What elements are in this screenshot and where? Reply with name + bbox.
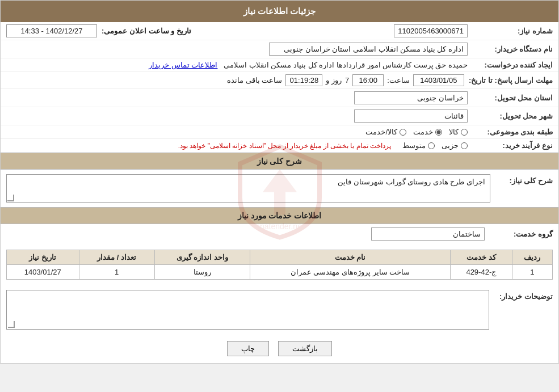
process-label: نوع فرآیند خرید: [468, 141, 553, 150]
service-group-box: ساختمان [371, 227, 485, 241]
table-row: 1 ج-42-429 ساخت سایر پروژه‌های مهندسی عم… [7, 265, 553, 280]
description-box-wrapper: اجرای طرح هادی روستای گوراب شهرستان قاین [6, 174, 490, 203]
deadline-value: 1403/01/05 ساعت: 16:00 7 روز و 01:19:28 … [6, 74, 464, 86]
province-box: خراسان جنوبی [354, 91, 468, 104]
need-number-value: 1102005463000671 [203, 24, 468, 37]
creator-text: حمیده حق پرست کارشناس امور قراردادها ادا… [224, 61, 468, 69]
buyer-notes-box-wrapper [6, 290, 489, 330]
radio-motevasset-label: متوسط [402, 141, 426, 150]
cell-unit: روستا [154, 265, 250, 280]
cell-date: 1403/01/27 [7, 265, 79, 280]
deadline-remaining-label: ساعت باقی مانده [227, 76, 282, 85]
org-name-value: اداره کل بنیاد مسکن انقلاب اسلامی استان … [6, 43, 468, 56]
process-note: پرداخت تمام یا بخشی از مبلغ خریدار از مح… [178, 142, 391, 150]
buyer-notes-label: توضیحات خریدار: [495, 290, 553, 301]
org-name-box: اداره کل بنیاد مسکن انقلاب اسلامی استان … [269, 43, 468, 56]
deadline-row: مهلت ارسال پاسخ: تا تاریخ: 1403/01/05 سا… [1, 72, 558, 89]
category-label: طبقه بندی موضوعی: [468, 128, 553, 136]
cell-row-num: 1 [512, 265, 552, 280]
cell-service-name: ساخت سایر پروژه‌های مهندسی عمران [250, 265, 450, 280]
radio-kala[interactable]: کالا [449, 128, 468, 136]
description-section-label: شرح کلی نیاز [257, 157, 302, 166]
radio-khedmat-circle [435, 129, 442, 136]
process-radio-group: جزیی متوسط پرداخت تمام یا بخشی از مبلغ خ… [6, 141, 468, 150]
radio-jozi[interactable]: جزیی [442, 141, 468, 150]
announce-date-value: 1402/12/27 - 14:33 [6, 24, 97, 37]
col-quantity: تعداد / مقدار [79, 250, 154, 265]
city-box: قائنات [354, 109, 468, 123]
services-table-body: 1 ج-42-429 ساخت سایر پروژه‌های مهندسی عم… [7, 265, 553, 280]
description-box: اجرای طرح هادی روستای گوراب شهرستان قاین [6, 174, 490, 203]
radio-motevasset-circle [428, 142, 435, 149]
radio-kala-khedmat-label: کالا/خدمت [365, 128, 397, 136]
services-table: ردیف کد خدمت نام خدمت واحد اندازه گیری ت… [6, 250, 553, 280]
deadline-date-box: 1403/01/05 [413, 74, 464, 86]
creator-row: ایجاد کننده درخواست: حمیده حق پرست کارشن… [1, 58, 558, 72]
cell-quantity: 1 [79, 265, 154, 280]
deadline-label: مهلت ارسال پاسخ: تا تاریخ: [464, 76, 553, 85]
services-section-title: اطلاعات خدمات مورد نیاز [1, 207, 558, 224]
page-wrapper: جزئیات اطلاعات نیاز anatender.net شماره … [0, 0, 559, 364]
description-text: اجرای طرح هادی روستای گوراب شهرستان قاین [338, 178, 485, 186]
col-service-name: نام خدمت [250, 250, 450, 265]
col-date: تاریخ نیاز [7, 250, 79, 265]
creator-label: ایجاد کننده درخواست: [468, 61, 553, 69]
deadline-remaining-box: 01:19:28 [285, 74, 322, 86]
radio-khedmat[interactable]: خدمت [413, 128, 442, 136]
services-section-label: اطلاعات خدمات مورد نیاز [238, 211, 322, 220]
services-header-row: ردیف کد خدمت نام خدمت واحد اندازه گیری ت… [7, 250, 553, 265]
buyer-notes-resize-handle [8, 321, 15, 328]
category-row: طبقه بندی موضوعی: کالا خدمت کالا/خدمت [1, 125, 558, 139]
need-number-row: شماره نیاز: 1102005463000671 تاریخ و ساع… [1, 22, 558, 40]
radio-jozi-circle [461, 142, 468, 149]
radio-motevasset[interactable]: متوسط [402, 141, 435, 150]
back-button[interactable]: بازگشت [278, 341, 332, 356]
need-number-box: 1102005463000671 [394, 24, 468, 37]
deadline-days-label: روز و [326, 76, 342, 85]
print-button[interactable]: چاپ [227, 341, 269, 356]
col-row-num: ردیف [512, 250, 552, 265]
main-content: anatender.net شماره نیاز: 11020054630006… [1, 22, 558, 363]
buyer-notes-area: توضیحات خریدار: [1, 285, 558, 334]
province-row: استان محل تحویل: خراسان جنوبی [1, 89, 558, 107]
process-row: نوع فرآیند خرید: جزیی متوسط پرداخت تمام … [1, 139, 558, 153]
radio-kala-khedmat[interactable]: کالا/خدمت [365, 128, 406, 136]
category-options: کالا خدمت کالا/خدمت [6, 128, 468, 136]
service-group-value: ساختمان [6, 227, 485, 241]
contact-link[interactable]: اطلاعات تماس خریدار [149, 61, 217, 69]
announce-date-label: تاریخ و ساعت اعلان عمومی: [102, 27, 191, 35]
city-row: شهر محل تحویل: قائنات [1, 107, 558, 125]
service-group-row: گروه خدمت: ساختمان [1, 224, 558, 244]
buyer-notes-box [6, 290, 489, 330]
category-radio-group: کالا خدمت کالا/خدمت [6, 128, 468, 136]
creator-value: حمیده حق پرست کارشناس امور قراردادها ادا… [6, 61, 468, 69]
city-value: قائنات [6, 109, 468, 123]
col-service-code: کد خدمت [451, 250, 512, 265]
org-name-label: نام دستگاه خریدار: [468, 45, 553, 53]
deadline-days: 7 [345, 76, 349, 85]
deadline-date-row: 1403/01/05 ساعت: 16:00 7 روز و 01:19:28 … [6, 74, 464, 86]
radio-kala-khedmat-circle [400, 129, 406, 136]
province-label: استان محل تحویل: [468, 94, 553, 102]
need-number-label: شماره نیاز: [468, 27, 553, 35]
deadline-time-box: 16:00 [352, 74, 384, 86]
city-label: شهر محل تحویل: [468, 112, 553, 120]
page-header: جزئیات اطلاعات نیاز [1, 1, 558, 22]
process-options: جزیی متوسط پرداخت تمام یا بخشی از مبلغ خ… [6, 141, 468, 150]
services-table-header: ردیف کد خدمت نام خدمت واحد اندازه گیری ت… [7, 250, 553, 265]
description-label: شرح کلی نیاز: [496, 174, 553, 185]
resize-handle [7, 195, 14, 201]
org-name-row: نام دستگاه خریدار: اداره کل بنیاد مسکن ا… [1, 40, 558, 58]
radio-jozi-label: جزیی [442, 141, 459, 150]
service-group-label: گروه خدمت: [485, 230, 553, 238]
col-unit: واحد اندازه گیری [154, 250, 250, 265]
radio-kala-label: کالا [449, 128, 459, 136]
buttons-row: بازگشت چاپ [1, 334, 558, 363]
description-area: شرح کلی نیاز: اجرای طرح هادی روستای گورا… [1, 170, 558, 207]
header-title: جزئیات اطلاعات نیاز [243, 6, 316, 16]
services-table-wrapper: ردیف کد خدمت نام خدمت واحد اندازه گیری ت… [1, 244, 558, 285]
radio-kala-circle [461, 129, 468, 136]
cell-service-code: ج-42-429 [451, 265, 512, 280]
radio-khedmat-label: خدمت [413, 128, 433, 136]
description-section-title: شرح کلی نیاز [1, 153, 558, 170]
